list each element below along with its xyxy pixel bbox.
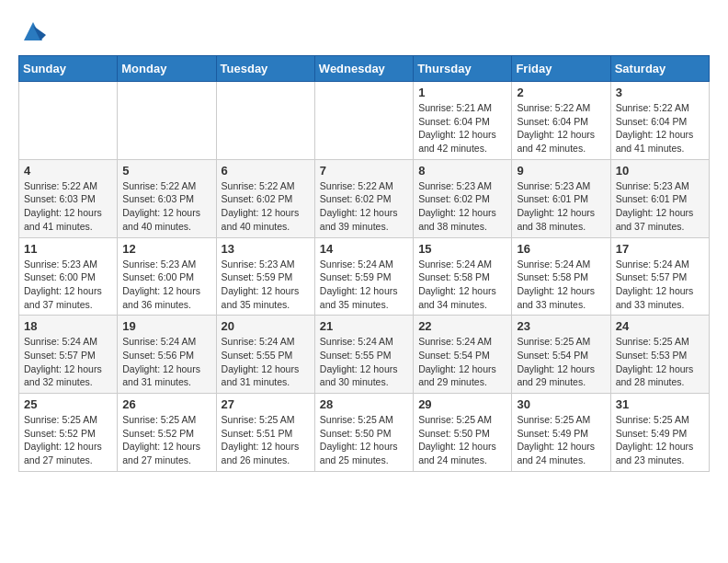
calendar-cell: 26Sunrise: 5:25 AM Sunset: 5:52 PM Dayli… bbox=[118, 394, 216, 472]
day-number: 11 bbox=[24, 242, 112, 256]
day-number: 13 bbox=[222, 242, 310, 256]
calendar-cell: 24Sunrise: 5:25 AM Sunset: 5:53 PM Dayli… bbox=[610, 316, 709, 394]
day-info: Sunrise: 5:23 AM Sunset: 6:00 PM Dayligh… bbox=[24, 258, 112, 312]
day-number: 18 bbox=[24, 319, 112, 333]
day-info: Sunrise: 5:23 AM Sunset: 6:02 PM Dayligh… bbox=[418, 179, 506, 234]
calendar-cell: 5Sunrise: 5:22 AM Sunset: 6:03 PM Daylig… bbox=[118, 159, 216, 237]
calendar-cell: 18Sunrise: 5:24 AM Sunset: 5:57 PM Dayli… bbox=[19, 316, 118, 394]
dow-friday: Friday bbox=[512, 56, 610, 82]
day-info: Sunrise: 5:23 AM Sunset: 5:59 PM Dayligh… bbox=[222, 258, 310, 312]
logo bbox=[18, 18, 46, 40]
calendar-cell: 19Sunrise: 5:24 AM Sunset: 5:56 PM Dayli… bbox=[118, 316, 216, 394]
dow-tuesday: Tuesday bbox=[216, 56, 314, 82]
day-info: Sunrise: 5:22 AM Sunset: 6:04 PM Dayligh… bbox=[616, 101, 704, 155]
day-number: 5 bbox=[122, 164, 210, 178]
day-number: 31 bbox=[616, 397, 704, 411]
day-info: Sunrise: 5:25 AM Sunset: 5:51 PM Dayligh… bbox=[222, 413, 310, 467]
calendar-week-1: 1Sunrise: 5:21 AM Sunset: 6:04 PM Daylig… bbox=[19, 82, 710, 160]
day-info: Sunrise: 5:25 AM Sunset: 5:50 PM Dayligh… bbox=[418, 413, 506, 467]
day-info: Sunrise: 5:24 AM Sunset: 5:58 PM Dayligh… bbox=[517, 258, 605, 312]
day-number: 20 bbox=[222, 319, 310, 333]
day-number: 9 bbox=[517, 164, 605, 178]
day-number: 15 bbox=[418, 242, 506, 256]
calendar-cell: 23Sunrise: 5:25 AM Sunset: 5:54 PM Dayli… bbox=[512, 316, 610, 394]
day-info: Sunrise: 5:24 AM Sunset: 5:57 PM Dayligh… bbox=[616, 258, 704, 312]
day-info: Sunrise: 5:25 AM Sunset: 5:49 PM Dayligh… bbox=[517, 413, 605, 467]
day-info: Sunrise: 5:22 AM Sunset: 6:02 PM Dayligh… bbox=[222, 179, 310, 234]
day-info: Sunrise: 5:24 AM Sunset: 5:55 PM Dayligh… bbox=[222, 335, 310, 389]
day-number: 16 bbox=[517, 242, 605, 256]
day-number: 10 bbox=[616, 164, 704, 178]
day-number: 25 bbox=[24, 397, 112, 411]
calendar-week-3: 11Sunrise: 5:23 AM Sunset: 6:00 PM Dayli… bbox=[19, 237, 710, 316]
dow-thursday: Thursday bbox=[414, 56, 512, 82]
day-number: 21 bbox=[320, 319, 408, 333]
logo-icon bbox=[20, 18, 46, 44]
calendar-cell: 14Sunrise: 5:24 AM Sunset: 5:59 PM Dayli… bbox=[314, 237, 413, 316]
day-info: Sunrise: 5:23 AM Sunset: 6:01 PM Dayligh… bbox=[517, 179, 605, 234]
day-info: Sunrise: 5:25 AM Sunset: 5:50 PM Dayligh… bbox=[320, 413, 408, 467]
calendar-cell: 11Sunrise: 5:23 AM Sunset: 6:00 PM Dayli… bbox=[19, 237, 118, 316]
calendar-cell: 22Sunrise: 5:24 AM Sunset: 5:54 PM Dayli… bbox=[414, 316, 512, 394]
calendar-cell: 31Sunrise: 5:25 AM Sunset: 5:49 PM Dayli… bbox=[610, 394, 709, 472]
calendar-body: 1Sunrise: 5:21 AM Sunset: 6:04 PM Daylig… bbox=[19, 82, 710, 472]
day-number: 29 bbox=[418, 397, 506, 411]
calendar-cell: 25Sunrise: 5:25 AM Sunset: 5:52 PM Dayli… bbox=[19, 394, 118, 472]
calendar-cell: 9Sunrise: 5:23 AM Sunset: 6:01 PM Daylig… bbox=[512, 159, 610, 237]
calendar-week-5: 25Sunrise: 5:25 AM Sunset: 5:52 PM Dayli… bbox=[19, 394, 710, 472]
day-number: 17 bbox=[616, 242, 704, 256]
calendar-cell: 20Sunrise: 5:24 AM Sunset: 5:55 PM Dayli… bbox=[216, 316, 314, 394]
calendar-week-4: 18Sunrise: 5:24 AM Sunset: 5:57 PM Dayli… bbox=[19, 316, 710, 394]
calendar-cell bbox=[216, 82, 314, 160]
day-number: 14 bbox=[320, 242, 408, 256]
day-number: 2 bbox=[517, 86, 605, 99]
day-info: Sunrise: 5:24 AM Sunset: 5:55 PM Dayligh… bbox=[320, 335, 408, 389]
calendar-week-2: 4Sunrise: 5:22 AM Sunset: 6:03 PM Daylig… bbox=[19, 159, 710, 237]
day-info: Sunrise: 5:24 AM Sunset: 5:57 PM Dayligh… bbox=[24, 335, 112, 389]
calendar-cell bbox=[19, 82, 118, 160]
calendar-cell: 13Sunrise: 5:23 AM Sunset: 5:59 PM Dayli… bbox=[216, 237, 314, 316]
day-info: Sunrise: 5:24 AM Sunset: 5:56 PM Dayligh… bbox=[122, 335, 210, 389]
page-header bbox=[18, 18, 710, 40]
day-number: 23 bbox=[517, 319, 605, 333]
day-number: 6 bbox=[222, 164, 310, 178]
calendar-cell: 4Sunrise: 5:22 AM Sunset: 6:03 PM Daylig… bbox=[19, 159, 118, 237]
dow-sunday: Sunday bbox=[19, 56, 118, 82]
day-number: 3 bbox=[616, 86, 704, 99]
day-info: Sunrise: 5:24 AM Sunset: 5:59 PM Dayligh… bbox=[320, 258, 408, 312]
day-number: 1 bbox=[418, 86, 506, 99]
calendar-cell bbox=[314, 82, 413, 160]
calendar-cell: 16Sunrise: 5:24 AM Sunset: 5:58 PM Dayli… bbox=[512, 237, 610, 316]
day-info: Sunrise: 5:23 AM Sunset: 6:00 PM Dayligh… bbox=[122, 258, 210, 312]
calendar-cell: 28Sunrise: 5:25 AM Sunset: 5:50 PM Dayli… bbox=[314, 394, 413, 472]
day-number: 22 bbox=[418, 319, 506, 333]
day-info: Sunrise: 5:25 AM Sunset: 5:54 PM Dayligh… bbox=[517, 335, 605, 389]
calendar-cell: 8Sunrise: 5:23 AM Sunset: 6:02 PM Daylig… bbox=[414, 159, 512, 237]
day-info: Sunrise: 5:22 AM Sunset: 6:03 PM Dayligh… bbox=[24, 179, 112, 234]
day-number: 19 bbox=[122, 319, 210, 333]
day-info: Sunrise: 5:24 AM Sunset: 5:58 PM Dayligh… bbox=[418, 258, 506, 312]
day-number: 28 bbox=[320, 397, 408, 411]
calendar-cell: 30Sunrise: 5:25 AM Sunset: 5:49 PM Dayli… bbox=[512, 394, 610, 472]
day-number: 12 bbox=[122, 242, 210, 256]
day-info: Sunrise: 5:25 AM Sunset: 5:49 PM Dayligh… bbox=[616, 413, 704, 467]
calendar-cell: 17Sunrise: 5:24 AM Sunset: 5:57 PM Dayli… bbox=[610, 237, 709, 316]
day-info: Sunrise: 5:23 AM Sunset: 6:01 PM Dayligh… bbox=[616, 179, 704, 234]
day-of-week-header: SundayMondayTuesdayWednesdayThursdayFrid… bbox=[19, 56, 710, 82]
day-info: Sunrise: 5:25 AM Sunset: 5:52 PM Dayligh… bbox=[24, 413, 112, 467]
day-number: 7 bbox=[320, 164, 408, 178]
calendar-cell: 6Sunrise: 5:22 AM Sunset: 6:02 PM Daylig… bbox=[216, 159, 314, 237]
day-number: 8 bbox=[418, 164, 506, 178]
calendar-cell: 7Sunrise: 5:22 AM Sunset: 6:02 PM Daylig… bbox=[314, 159, 413, 237]
day-number: 26 bbox=[122, 397, 210, 411]
calendar-cell: 1Sunrise: 5:21 AM Sunset: 6:04 PM Daylig… bbox=[414, 82, 512, 160]
dow-monday: Monday bbox=[118, 56, 216, 82]
day-number: 30 bbox=[517, 397, 605, 411]
calendar-cell bbox=[118, 82, 216, 160]
day-number: 24 bbox=[616, 319, 704, 333]
calendar-cell: 2Sunrise: 5:22 AM Sunset: 6:04 PM Daylig… bbox=[512, 82, 610, 160]
day-info: Sunrise: 5:24 AM Sunset: 5:54 PM Dayligh… bbox=[418, 335, 506, 389]
calendar-cell: 21Sunrise: 5:24 AM Sunset: 5:55 PM Dayli… bbox=[314, 316, 413, 394]
calendar-cell: 15Sunrise: 5:24 AM Sunset: 5:58 PM Dayli… bbox=[414, 237, 512, 316]
day-number: 27 bbox=[222, 397, 310, 411]
